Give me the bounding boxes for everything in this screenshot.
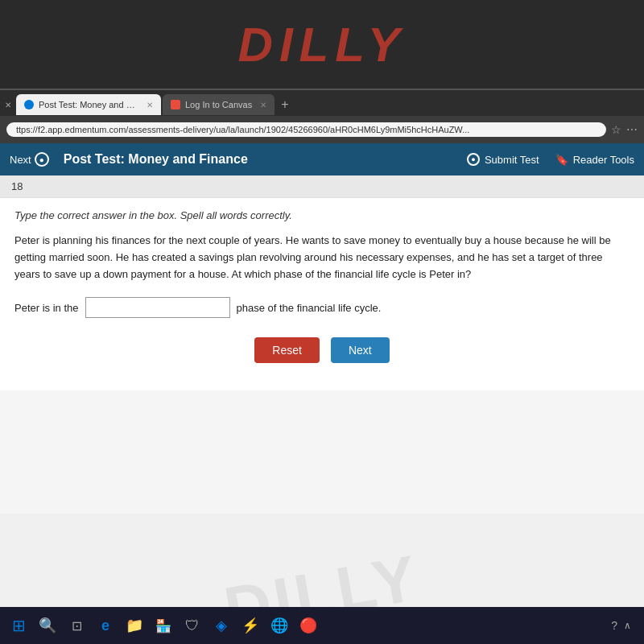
tab-post-test[interactable]: Post Test: Money and Finance ✕ (16, 94, 161, 115)
fill-in-line: Peter is in the phase of the financial l… (14, 297, 630, 318)
taskbar: ⊞ 🔍 ⊡ e 📁 🏪 🛡 ◈ ⚡ 🌐 🔴 ? ∧ (0, 607, 644, 644)
windows-logo-icon: ⊞ (12, 616, 26, 635)
button-row: Reset Next (14, 337, 630, 379)
reader-tools-icon: 🔖 (555, 154, 568, 166)
reader-tools-label: Reader Tools (573, 154, 634, 166)
question-number-bar: 18 (0, 175, 644, 198)
new-tab-button[interactable]: + (276, 97, 293, 112)
search-icon: 🔍 (39, 617, 56, 634)
app-header: Next ● Post Test: Money and Finance ● Su… (0, 143, 644, 175)
windows-start-icon[interactable]: ⊞ (6, 613, 31, 638)
chevron-up-icon[interactable]: ∧ (624, 620, 631, 631)
submit-test-button[interactable]: ● Submit Test (467, 153, 539, 166)
tab-canvas[interactable]: Log In to Canvas ✕ (163, 94, 275, 115)
page-title: Post Test: Money and Finance (64, 152, 459, 167)
url-bar[interactable]: ttps://f2.app.edmentum.com/assessments-d… (6, 122, 606, 137)
taskbar-system-tray: ? ∧ (611, 619, 638, 632)
header-next-label: Next (10, 154, 31, 166)
task-view-icon: ⊡ (72, 618, 82, 634)
submit-test-label: Submit Test (485, 154, 539, 166)
reader-tools-button[interactable]: 🔖 Reader Tools (555, 154, 634, 166)
taskbar-edge-icon[interactable]: e (93, 613, 118, 638)
reset-button[interactable]: Reset (254, 337, 320, 363)
dropbox-icon: ◈ (216, 617, 227, 634)
taskbar-store-icon[interactable]: 🏪 (151, 613, 175, 638)
taskbar-search-icon[interactable]: 🔍 (35, 613, 60, 638)
fill-suffix: phase of the financial life cycle. (237, 302, 382, 314)
question-number: 18 (11, 180, 23, 192)
globe-icon: 🌐 (270, 617, 288, 634)
tab-canvas-label: Log In to Canvas (185, 100, 252, 109)
browser-menu-icon[interactable]: ⋯ (626, 123, 638, 136)
canvas-tab-icon (171, 100, 180, 109)
top-logo: DILLY (238, 17, 407, 72)
folder-icon: 📁 (126, 617, 143, 634)
taskbar-globe-icon[interactable]: 🌐 (267, 613, 291, 638)
bookmark-icon[interactable]: ☆ (611, 123, 621, 136)
question-area: 18 Type the correct answer in the box. S… (0, 175, 644, 514)
help-icon[interactable]: ? (611, 619, 617, 632)
top-decorative-bar: DILLY (0, 0, 644, 89)
tab-post-test-label: Post Test: Money and Finance (39, 100, 138, 109)
taskbar-task-view-icon[interactable]: ⊡ (64, 613, 89, 638)
submit-circle-icon: ● (467, 153, 480, 166)
lightning-icon: ⚡ (242, 617, 259, 634)
taskbar-folder-icon[interactable]: 📁 (122, 613, 147, 638)
window-close-icon[interactable]: ✕ (5, 101, 11, 109)
taskbar-lightning-icon[interactable]: ⚡ (238, 613, 262, 638)
taskbar-security-icon[interactable]: 🛡 (180, 613, 204, 638)
question-content: Type the correct answer in the box. Spel… (0, 198, 644, 390)
question-body: Peter is planning his finances for the n… (14, 233, 630, 283)
browser-chrome: ✕ Post Test: Money and Finance ✕ Log In … (0, 89, 644, 143)
taskbar-office-icon[interactable]: 🔴 (296, 613, 320, 638)
address-bar: ttps://f2.app.edmentum.com/assessments-d… (0, 116, 644, 143)
office-icon: 🔴 (299, 617, 317, 634)
store-icon: 🏪 (155, 618, 171, 634)
answer-input[interactable] (85, 297, 230, 318)
tab-canvas-close[interactable]: ✕ (260, 101, 266, 109)
shield-taskbar-icon: 🛡 (185, 617, 200, 634)
tab-post-test-close[interactable]: ✕ (147, 101, 153, 109)
tab-bar: ✕ Post Test: Money and Finance ✕ Log In … (0, 90, 644, 116)
instruction-text: Type the correct answer in the box. Spel… (14, 209, 630, 221)
next-button[interactable]: Next (331, 337, 390, 363)
next-circle-icon: ● (35, 152, 49, 167)
fill-prefix: Peter is in the (14, 302, 79, 314)
taskbar-dropbox-icon[interactable]: ◈ (209, 613, 233, 638)
edge-tab-icon (24, 100, 34, 109)
header-next-button[interactable]: Next ● (10, 152, 49, 167)
edge-taskbar-icon: e (101, 617, 109, 634)
